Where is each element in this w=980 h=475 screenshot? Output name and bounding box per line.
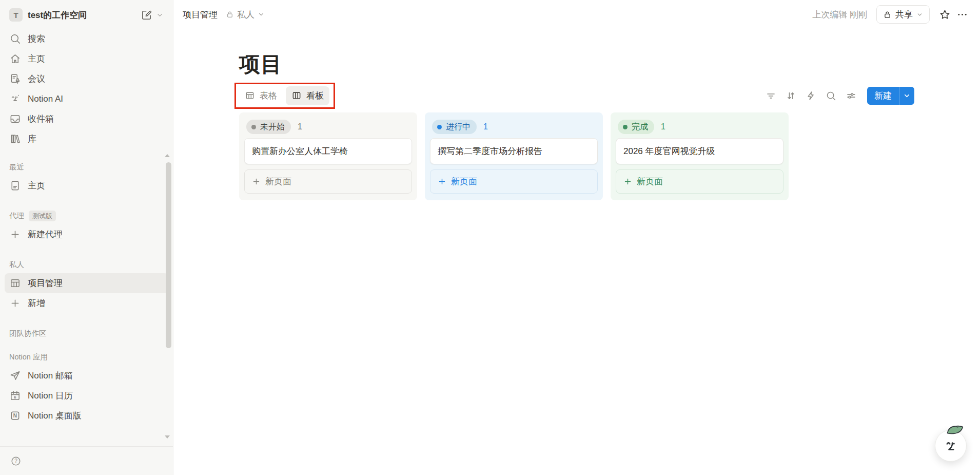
sidebar-item-inbox[interactable]: 收件箱 xyxy=(0,109,173,129)
status-dot-icon xyxy=(251,125,256,129)
column-count: 1 xyxy=(483,122,488,131)
new-button-dropdown[interactable] xyxy=(899,87,914,105)
table-icon xyxy=(9,277,21,289)
privacy-label: 私人 xyxy=(237,9,254,21)
new-page-button[interactable]: 新页面 xyxy=(616,169,783,194)
board-column-done: 完成 1 2026 年度官网视觉升级 新页面 xyxy=(611,112,789,200)
sidebar-item-notion-mail[interactable]: Notion 邮箱 xyxy=(0,366,173,386)
sidebar-item-new-agent[interactable]: 新建代理 xyxy=(0,224,173,244)
help-icon[interactable]: ? xyxy=(10,455,22,467)
meeting-icon xyxy=(9,73,21,85)
sidebar-item-label: 主页 xyxy=(28,180,45,192)
automations-button[interactable] xyxy=(802,87,819,104)
search-icon xyxy=(826,90,836,101)
new-button-label[interactable]: 新建 xyxy=(867,87,899,105)
chevron-down-icon[interactable] xyxy=(156,11,164,19)
tab-label: 看板 xyxy=(306,90,324,102)
notion-logo-icon: N xyxy=(9,410,21,422)
new-page-button[interactable]: 新页面 xyxy=(430,169,598,194)
sidebar-item-label: 库 xyxy=(28,133,36,145)
sort-button[interactable] xyxy=(782,87,799,104)
workspace-switcher[interactable]: T test的工作空间 xyxy=(5,4,168,26)
tab-table-view[interactable]: 表格 xyxy=(239,86,283,105)
sidebar-item-label: 新增 xyxy=(28,297,45,309)
calendar-icon: 6 xyxy=(9,390,21,402)
last-edited-label: 上次编辑 刚刚 xyxy=(812,9,867,21)
scrollbar-down-arrow[interactable] xyxy=(165,435,170,439)
database-toolbar: 新建 xyxy=(762,87,914,105)
workspace-name: test的工作空间 xyxy=(28,9,141,21)
plus-icon xyxy=(438,177,446,186)
notion-ai-face-icon xyxy=(943,438,960,455)
star-icon xyxy=(939,9,951,21)
sidebar-item-library[interactable]: 库 xyxy=(0,129,173,149)
sidebar-item-label: 会议 xyxy=(28,73,45,85)
filter-button[interactable] xyxy=(762,87,779,104)
view-settings-button[interactable] xyxy=(842,87,859,104)
status-badge[interactable]: 未开始 xyxy=(246,120,291,134)
sidebar: T test的工作空间 搜索 主页 会议 Notion AI 收件箱 库 最 xyxy=(0,0,173,475)
section-teamspaces[interactable]: 团队协作区 xyxy=(0,325,173,342)
sidebar-item-recent-home[interactable]: 主页 xyxy=(0,176,173,196)
board-card[interactable]: 撰写第二季度市场分析报告 xyxy=(430,138,598,164)
sidebar-item-label: 项目管理 xyxy=(28,277,63,289)
sidebar-item-label: 搜索 xyxy=(28,33,45,45)
status-badge[interactable]: 进行中 xyxy=(432,120,477,134)
dots-icon xyxy=(956,9,968,21)
sidebar-item-notion-calendar[interactable]: 6 Notion 日历 xyxy=(0,386,173,406)
section-notion-apps: Notion 应用 xyxy=(0,348,173,366)
tab-label: 表格 xyxy=(260,90,277,102)
board-icon xyxy=(291,90,302,101)
plus-icon xyxy=(9,297,21,309)
lock-icon xyxy=(226,10,234,18)
lightning-icon xyxy=(806,90,816,101)
sidebar-item-label: Notion 邮箱 xyxy=(28,370,73,382)
status-dot-icon xyxy=(437,125,442,129)
board-card[interactable]: 购置新办公室人体工学椅 xyxy=(244,138,412,164)
sidebar-item-notion-desktop[interactable]: N Notion 桌面版 xyxy=(0,406,173,426)
new-page-button[interactable]: 新页面 xyxy=(244,169,412,194)
mail-send-icon xyxy=(9,370,21,382)
sidebar-scrollbar[interactable] xyxy=(166,162,171,348)
sidebar-item-notion-ai[interactable]: Notion AI xyxy=(0,89,173,109)
section-private: 私人 xyxy=(0,256,173,273)
view-tabs: 表格 看板 xyxy=(239,86,329,105)
leaf-icon xyxy=(946,424,965,436)
chevron-down-icon xyxy=(258,11,265,18)
column-count: 1 xyxy=(661,122,665,131)
table-icon xyxy=(245,90,255,101)
library-icon xyxy=(9,133,21,145)
more-options-button[interactable] xyxy=(953,6,971,23)
notion-ai-fab[interactable] xyxy=(935,430,967,462)
sidebar-item-home[interactable]: 主页 xyxy=(0,49,173,69)
status-dot-icon xyxy=(623,125,628,129)
inbox-icon xyxy=(9,113,21,125)
sidebar-item-add-page[interactable]: 新增 xyxy=(0,293,173,313)
plus-icon xyxy=(9,229,21,240)
tab-board-view[interactable]: 看板 xyxy=(286,86,329,105)
column-count: 1 xyxy=(298,122,302,131)
sidebar-item-meetings[interactable]: 会议 xyxy=(0,69,173,89)
status-badge[interactable]: 完成 xyxy=(618,120,654,134)
favorite-button[interactable] xyxy=(936,6,953,23)
breadcrumb[interactable]: 项目管理 xyxy=(183,9,218,21)
lock-icon xyxy=(883,10,892,19)
page-title[interactable]: 项目 xyxy=(239,50,282,79)
chevron-down-icon xyxy=(903,92,911,100)
board-column-not-started: 未开始 1 购置新办公室人体工学椅 新页面 xyxy=(239,112,417,200)
svg-text:6: 6 xyxy=(14,395,16,400)
privacy-selector[interactable]: 私人 xyxy=(226,9,265,21)
beta-badge: 测试版 xyxy=(29,211,56,221)
sidebar-item-project-management[interactable]: 项目管理 xyxy=(5,273,168,293)
workspace-avatar: T xyxy=(9,8,23,22)
scrollbar-up-arrow[interactable] xyxy=(165,154,170,157)
search-icon xyxy=(9,33,21,45)
compose-icon[interactable] xyxy=(141,9,152,21)
page-icon xyxy=(9,180,21,192)
search-button[interactable] xyxy=(822,87,839,104)
sidebar-item-label: 新建代理 xyxy=(28,229,63,240)
new-button[interactable]: 新建 xyxy=(867,87,914,105)
sidebar-item-search[interactable]: 搜索 xyxy=(0,29,173,49)
board-card[interactable]: 2026 年度官网视觉升级 xyxy=(616,138,783,164)
share-button[interactable]: 共享 xyxy=(876,5,930,24)
